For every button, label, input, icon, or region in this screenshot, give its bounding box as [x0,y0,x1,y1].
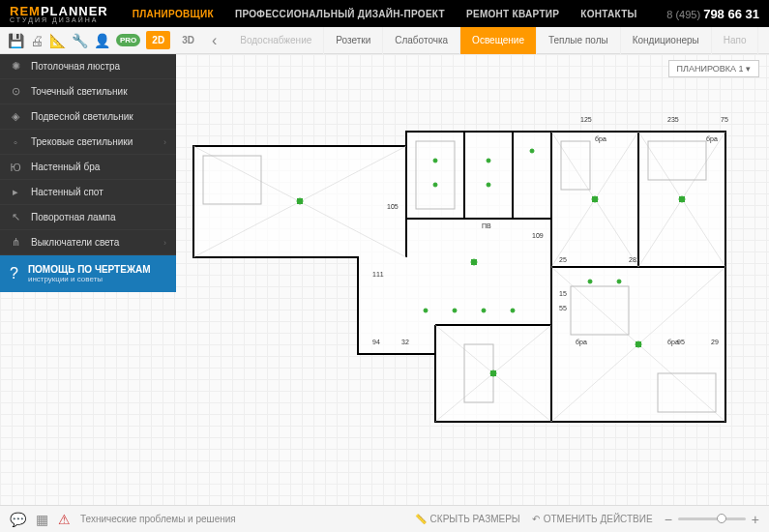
svg-point-32 [530,149,534,153]
print-icon[interactable]: 🖨 [30,32,44,49]
svg-text:бра: бра [706,135,718,143]
svg-text:235: 235 [667,116,679,123]
chat-icon[interactable]: 💬 [10,512,26,527]
tool-ceiling-lamp[interactable]: ✺Потолочная люстра [0,54,176,79]
svg-point-43 [617,280,621,283]
help-icon: ? [10,265,18,282]
zoom-in-icon[interactable]: + [752,512,759,527]
phone-number: 8 (495) 798 66 31 [666,7,759,21]
zoom-control[interactable]: − + [665,512,759,527]
svg-point-28 [433,159,437,163]
svg-point-41 [511,309,515,312]
svg-text:ПВ: ПВ [482,222,491,229]
tabs-scroll-right[interactable]: › [764,32,769,49]
tool-track-lights[interactable]: ◦Трековые светильники› [0,130,176,155]
nav-contacts[interactable]: КОНТАКТЫ [580,9,636,19]
svg-text:бра: бра [667,339,679,346]
hide-dims-button[interactable]: 📏СКРЫТЬ РАЗМЕРЫ [415,514,520,524]
svg-text:55: 55 [559,305,567,311]
nav-planner[interactable]: ПЛАНИРОВЩИК [133,9,214,19]
nav-design[interactable]: ПРОФЕССИОНАЛЬНЫЙ ДИЗАЙН-ПРОЕКТ [235,9,445,19]
tab-lighting[interactable]: Освещение [460,27,537,54]
user-icon[interactable]: 👤 [94,32,110,49]
tabs-scroll-left[interactable]: ‹ [212,32,217,49]
logo-subtitle: СТУДИЯ ДИЗАЙНА [10,16,108,23]
svg-text:29: 29 [711,339,719,345]
nav-repair[interactable]: РЕМОНТ КВАРТИР [466,9,559,19]
svg-text:25: 25 [559,256,567,263]
swivel-icon: ↖ [10,211,21,223]
tools-sidebar: ✺Потолочная люстра ⊙Точечный светильник … [0,54,176,292]
plan-selector[interactable]: ПЛАНИРОВКА 1 ▾ [668,60,759,77]
spot-light-icon: ⊙ [10,85,21,98]
tab-ac[interactable]: Кондиционеры [621,27,712,54]
tool-wall-bra[interactable]: ЮНастенный бра [0,155,176,180]
chevron-right-icon: › [163,238,166,248]
tab-lowvolt[interactable]: Слаботочка [383,27,460,54]
tech-issues-link[interactable]: Технические проблемы и решения [80,514,236,524]
svg-text:32: 32 [401,339,409,345]
tab-heating[interactable]: Теплые полы [537,27,621,54]
view-2d-button[interactable]: 2D [146,31,170,49]
layers-icon[interactable]: ▦ [36,512,48,527]
ceiling-lamp-icon: ✺ [10,60,21,73]
chevron-right-icon: › [163,137,166,147]
measure-icon[interactable]: 📐 [49,32,66,49]
svg-text:105: 105 [387,203,399,210]
save-icon[interactable]: 💾 [8,32,24,49]
svg-point-40 [482,309,486,312]
view-3d-button[interactable]: 3D [176,31,200,49]
tab-water[interactable]: Водоснабжение [228,27,324,54]
svg-text:75: 75 [721,116,728,123]
help-button[interactable]: ? ПОМОЩЬ ПО ЧЕРТЕЖАМ инструкции и советы [0,255,176,292]
undo-button[interactable]: ↶ОТМЕНИТЬ ДЕЙСТВИЕ [532,514,653,524]
tab-sockets[interactable]: Розетки [324,27,383,54]
warning-icon: ⚠ [58,512,71,527]
tool-switches[interactable]: ⋔Выключатели света› [0,230,176,255]
svg-text:94: 94 [372,339,380,345]
undo-icon: ↶ [532,514,540,524]
svg-point-31 [487,183,490,187]
zoom-slider[interactable] [678,517,746,520]
svg-point-38 [424,309,428,312]
svg-text:125: 125 [580,116,592,123]
svg-point-30 [487,159,490,163]
floorplan-svg[interactable]: 125 235 75 105 109 281 111 94 32 15 55 2… [184,93,754,499]
svg-text:15: 15 [559,290,567,297]
svg-point-42 [588,280,592,283]
pro-badge[interactable]: PRO [116,34,140,46]
svg-text:бра: бра [576,339,587,346]
svg-point-39 [453,309,457,312]
svg-text:111: 111 [372,271,384,278]
tab-more[interactable]: Напо [712,27,759,54]
track-icon: ◦ [10,136,21,148]
wall-spot-icon: ▸ [10,186,21,198]
zoom-out-icon[interactable]: − [665,512,672,527]
tools-icon[interactable]: 🔧 [72,32,88,49]
bra-icon: Ю [10,162,21,173]
svg-text:109: 109 [532,232,544,239]
svg-text:281: 281 [629,256,640,263]
tool-wall-spot[interactable]: ▸Настенный спот [0,180,176,205]
tool-spot-light[interactable]: ⊙Точечный светильник [0,79,176,104]
svg-text:бра: бра [595,135,606,143]
tool-pendant[interactable]: ◈Подвесной светильник [0,104,176,130]
pendant-icon: ◈ [10,110,21,123]
ruler-icon: 📏 [415,514,427,524]
svg-point-29 [433,183,437,187]
tool-swivel-lamp[interactable]: ↖Поворотная лампа [0,205,176,230]
switch-icon: ⋔ [10,236,21,249]
